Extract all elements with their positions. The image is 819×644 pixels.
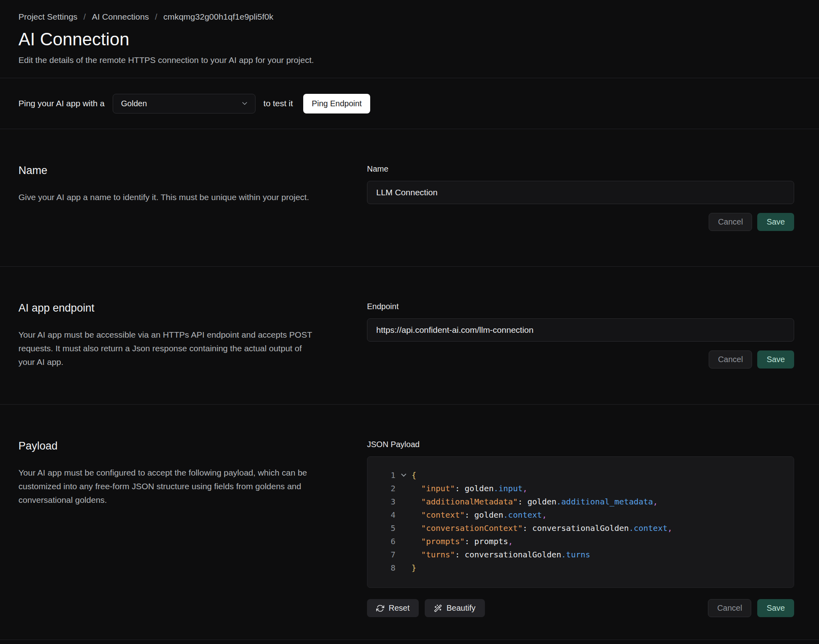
line-number: 5 (372, 522, 395, 535)
name-actions: Cancel Save (367, 213, 794, 231)
breadcrumb-separator: / (83, 12, 86, 22)
code-text: "conversationContext": conversationalGol… (412, 522, 672, 535)
payload-section-form: JSON Payload 1{2 "input": golden.input,3… (367, 440, 794, 617)
code-line: 5 "conversationContext": conversationalG… (372, 522, 784, 535)
line-number: 2 (372, 482, 395, 495)
fold-chevron-icon[interactable] (395, 469, 412, 482)
fold-gutter (395, 495, 412, 508)
wand-icon (434, 604, 442, 612)
reset-button-label: Reset (389, 603, 410, 613)
beautify-button[interactable]: Beautify (425, 599, 485, 617)
name-section-description: Give your AI app a name to identify it. … (18, 190, 317, 204)
ping-type-select[interactable]: Golden (113, 94, 255, 113)
code-line: 7 "turns": conversationalGolden.turns (372, 548, 784, 561)
ping-prefix-text: Ping your AI app with a (18, 99, 105, 108)
fold-gutter (395, 508, 412, 522)
name-section-info: Name Give your AI app a name to identify… (18, 164, 339, 231)
breadcrumb: Project Settings / AI Connections / cmkq… (18, 12, 801, 22)
fold-gutter (395, 535, 412, 548)
endpoint-section-description: Your AI app must be accessible via an HT… (18, 328, 317, 369)
line-number: 4 (372, 508, 395, 522)
payload-section: Payload Your AI app must be configured t… (0, 405, 819, 640)
line-number: 6 (372, 535, 395, 548)
name-field-label: Name (367, 164, 794, 174)
code-line: 1{ (372, 469, 784, 482)
payload-section-info: Payload Your AI app must be configured t… (18, 440, 339, 617)
code-line: 6 "prompts": prompts, (372, 535, 784, 548)
fold-gutter (395, 522, 412, 535)
json-payload-label: JSON Payload (367, 440, 794, 449)
endpoint-section-info: AI app endpoint Your AI app must be acce… (18, 302, 339, 369)
payload-actions: Reset Beautify Cancel Save (367, 599, 794, 617)
line-number: 1 (372, 469, 395, 482)
code-line: 2 "input": golden.input, (372, 482, 784, 495)
payload-save-actions: Cancel Save (708, 599, 794, 617)
payload-section-heading: Payload (18, 440, 339, 452)
endpoint-section-form: Endpoint Cancel Save (367, 302, 794, 369)
name-section: Name Give your AI app a name to identify… (0, 129, 819, 267)
endpoint-input[interactable] (367, 318, 794, 342)
code-line: 8} (372, 561, 784, 575)
endpoint-section-heading: AI app endpoint (18, 302, 339, 314)
line-number: 7 (372, 548, 395, 561)
breadcrumb-ai-connections[interactable]: AI Connections (92, 12, 149, 22)
payload-section-description: Your AI app must be configured to accept… (18, 466, 317, 507)
ping-type-select-value: Golden (121, 99, 147, 108)
reset-button[interactable]: Reset (367, 599, 419, 617)
code-text: "additionalMetadata": golden.additional_… (412, 495, 658, 508)
json-payload-editor[interactable]: 1{2 "input": golden.input,3 "additionalM… (367, 456, 794, 588)
name-cancel-button[interactable]: Cancel (709, 213, 752, 231)
name-save-button[interactable]: Save (757, 213, 794, 231)
name-section-form: Name Cancel Save (367, 164, 794, 231)
fold-gutter (395, 482, 412, 495)
chevron-down-icon (241, 99, 249, 107)
breadcrumb-project-settings[interactable]: Project Settings (18, 12, 77, 22)
payload-cancel-button[interactable]: Cancel (708, 599, 751, 617)
code-text: } (412, 561, 416, 575)
ai-connection-page: Project Settings / AI Connections / cmkq… (0, 0, 819, 640)
payload-tool-actions: Reset Beautify (367, 599, 485, 617)
name-input[interactable] (367, 181, 794, 204)
page-subtitle: Edit the details of the remote HTTPS con… (18, 55, 801, 65)
ping-bar: Ping your AI app with a Golden to test i… (0, 78, 819, 129)
breadcrumb-separator: / (155, 12, 157, 22)
endpoint-actions: Cancel Save (367, 350, 794, 369)
code-text: "turns": conversationalGolden.turns (412, 548, 590, 561)
endpoint-field-label: Endpoint (367, 302, 794, 311)
code-text: "context": golden.context, (412, 508, 547, 522)
endpoint-section: AI app endpoint Your AI app must be acce… (0, 267, 819, 405)
name-section-heading: Name (18, 164, 339, 177)
breadcrumb-connection-id: cmkqmg32g00h1qf1e9pli5f0k (163, 12, 273, 22)
page-header: Project Settings / AI Connections / cmkq… (0, 0, 819, 78)
ping-endpoint-button[interactable]: Ping Endpoint (303, 94, 370, 113)
payload-save-button[interactable]: Save (757, 599, 794, 617)
refresh-icon (376, 604, 384, 612)
beautify-button-label: Beautify (446, 603, 475, 613)
code-text: { (412, 469, 416, 482)
fold-gutter (395, 561, 412, 575)
line-number: 8 (372, 561, 395, 575)
ping-suffix-text: to test it (264, 99, 293, 108)
endpoint-save-button[interactable]: Save (757, 350, 794, 369)
code-line: 4 "context": golden.context, (372, 508, 784, 522)
code-text: "prompts": prompts, (412, 535, 513, 548)
fold-gutter (395, 548, 412, 561)
page-title: AI Connection (18, 29, 801, 50)
code-line: 3 "additionalMetadata": golden.additiona… (372, 495, 784, 508)
line-number: 3 (372, 495, 395, 508)
endpoint-cancel-button[interactable]: Cancel (709, 350, 752, 369)
code-text: "input": golden.input, (412, 482, 527, 495)
